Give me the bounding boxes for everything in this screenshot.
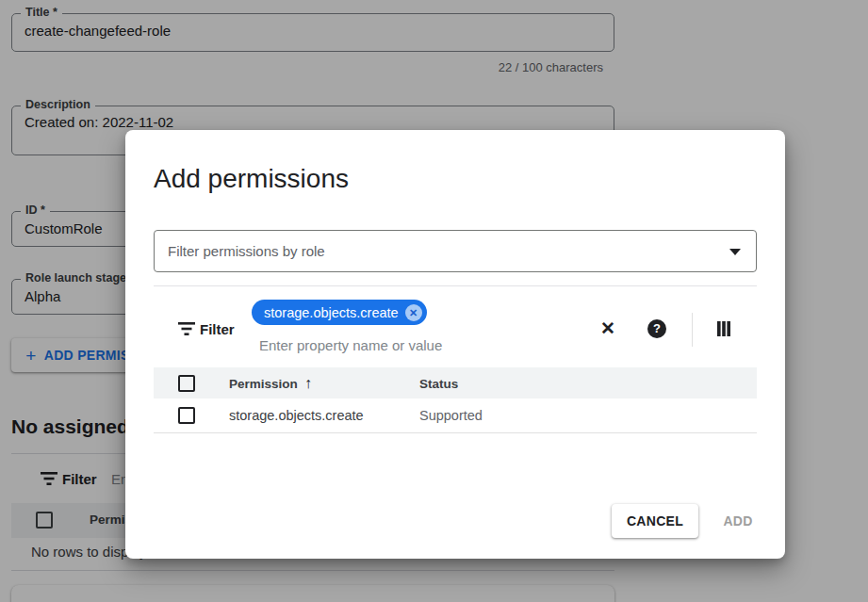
dialog-filter-label: Filter: [200, 321, 235, 337]
toolbar-divider: [692, 313, 693, 347]
chip-remove-icon[interactable]: ✕: [405, 304, 422, 321]
status-column-header[interactable]: Status: [419, 376, 458, 390]
cancel-button[interactable]: CANCEL: [612, 504, 698, 538]
screen: Title * create-changefeed-role 22 / 100 …: [0, 0, 868, 602]
row-status-value: Supported: [419, 408, 483, 423]
row-permission-value: storage.objects.create: [229, 408, 364, 423]
filter-permissions-by-role-dropdown[interactable]: Filter permissions by role: [154, 230, 757, 272]
cancel-button-label: CANCEL: [627, 513, 683, 529]
add-permissions-dialog: Add permissions Filter permissions by ro…: [125, 130, 785, 559]
filter-icon: [178, 322, 195, 335]
divider: [154, 285, 757, 286]
filter-chip[interactable]: storage.objects.create ✕: [252, 300, 427, 325]
dialog-title: Add permissions: [154, 164, 349, 194]
dialog-table-header-row: Permission ↑ Status: [154, 367, 757, 399]
permission-column-header[interactable]: Permission: [229, 376, 298, 390]
chevron-down-icon: [729, 249, 741, 255]
add-button[interactable]: ADD: [710, 504, 766, 538]
role-dropdown-placeholder: Filter permissions by role: [168, 243, 325, 259]
help-icon[interactable]: ?: [647, 319, 666, 338]
dialog-filter-input[interactable]: Enter property name or value: [259, 337, 442, 353]
row-checkbox[interactable]: [178, 407, 195, 424]
permission-table-row[interactable]: storage.objects.create Supported: [154, 399, 757, 433]
dialog-select-all-checkbox[interactable]: [178, 375, 195, 392]
sort-ascending-icon[interactable]: ↑: [304, 375, 312, 392]
filter-chip-label: storage.objects.create: [264, 305, 399, 320]
column-display-options-icon[interactable]: [716, 321, 731, 336]
clear-filters-icon[interactable]: ✕: [600, 317, 615, 339]
